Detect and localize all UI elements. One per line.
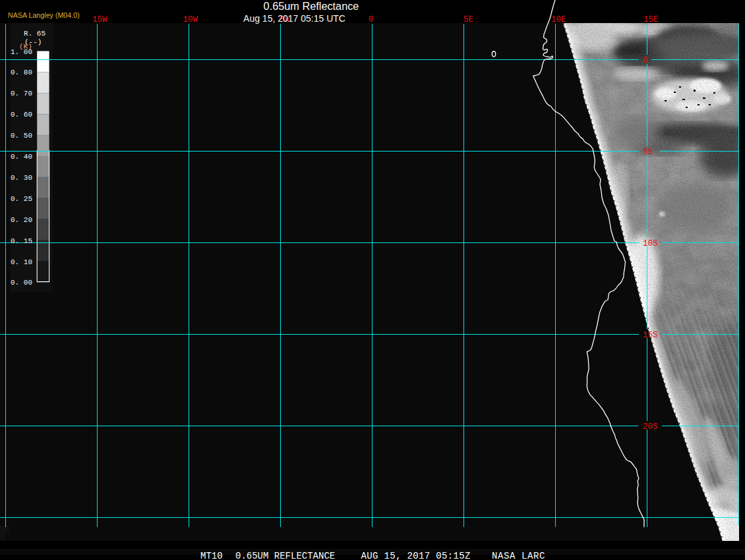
svg-text:0. 40: 0. 40: [11, 153, 32, 161]
svg-text:R. 65: R. 65: [24, 30, 45, 38]
svg-text:MT10: MT10: [200, 551, 223, 560]
svg-text:0. 50: 0. 50: [11, 132, 32, 140]
svg-text:5S: 5S: [643, 148, 653, 157]
svg-text:AUG 15, 2017 05:15Z: AUG 15, 2017 05:15Z: [361, 551, 471, 560]
svg-text:15S: 15S: [643, 331, 658, 340]
svg-text:10W: 10W: [183, 15, 198, 24]
svg-text:0. 30: 0. 30: [11, 174, 32, 182]
svg-text:1. 00: 1. 00: [11, 48, 32, 56]
svg-text:NASA Langley (M04.0): NASA Langley (M04.0): [8, 11, 80, 19]
svg-text:0. 15: 0. 15: [11, 237, 32, 245]
svg-text:0. 00: 0. 00: [11, 279, 32, 287]
svg-text:0.65um Reflectance: 0.65um Reflectance: [264, 0, 359, 12]
svg-text:15W: 15W: [92, 15, 107, 24]
svg-text:0: 0: [643, 56, 648, 65]
svg-text:0. 80: 0. 80: [11, 69, 32, 76]
svg-text:15E: 15E: [643, 15, 659, 24]
svg-text:20S: 20S: [643, 422, 658, 432]
svg-text:0. 70: 0. 70: [11, 90, 32, 98]
svg-text:NASA LARC: NASA LARC: [492, 551, 545, 560]
svg-text:0. 20: 0. 20: [11, 216, 32, 224]
svg-text:Aug 15, 2017 05:15 UTC: Aug 15, 2017 05:15 UTC: [243, 13, 345, 24]
svg-text:0. 10: 0. 10: [11, 258, 32, 266]
svg-text:0. 60: 0. 60: [11, 111, 32, 119]
svg-text:5E: 5E: [463, 15, 473, 24]
svg-text:0: 0: [369, 15, 374, 24]
svg-text:10E: 10E: [551, 15, 566, 24]
svg-text:10S: 10S: [643, 239, 658, 248]
svg-text:0.65UM REFLECTANCE: 0.65UM REFLECTANCE: [235, 551, 335, 560]
svg-text:0. 25: 0. 25: [11, 195, 32, 203]
